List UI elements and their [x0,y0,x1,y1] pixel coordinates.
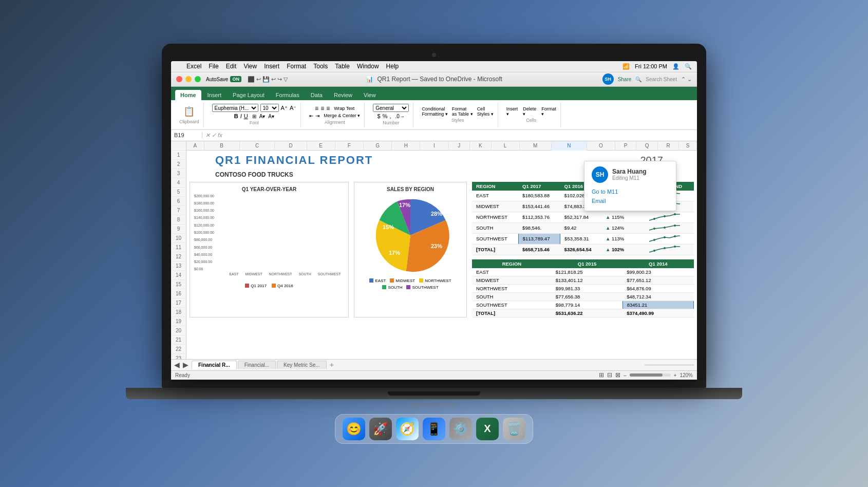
col-g[interactable]: G [364,141,392,151]
menu-view[interactable]: View [243,63,257,70]
add-sheet-button[interactable]: + [328,361,336,369]
prev-sheet-icon[interactable]: ◀ [174,361,180,369]
table-row[interactable]: SOUTH $98,546. $9.42 ▲ 124% [472,222,694,233]
align-center-icon[interactable]: ≡ [320,105,324,112]
t1-r5-q12017[interactable]: $113,789.47 [518,233,560,244]
menu-window[interactable]: Window [357,63,379,70]
fullscreen-button[interactable] [195,76,201,82]
col-d[interactable]: D [275,141,307,151]
align-left-icon[interactable]: ≡ [315,105,318,112]
share-button[interactable]: Share [618,77,632,82]
menu-help[interactable]: Help [386,63,399,70]
dock-item-excel[interactable]: X [476,418,499,440]
col-m[interactable]: M [520,141,552,151]
col-c[interactable]: C [240,141,275,151]
spreadsheet-content[interactable]: QR1 FINANCIAL REPORT 2017 CONTOSO FOOD T… [186,151,697,359]
col-e[interactable]: E [307,141,335,151]
col-h[interactable]: H [392,141,420,151]
conditional-format-button[interactable]: ConditionalFormatting ▾ [422,106,448,117]
tab-data[interactable]: Data [306,90,328,100]
goto-m11-button[interactable]: Go to M11 [592,187,669,196]
dock-item-safari[interactable]: 🧭 [396,418,419,440]
align-right-icon[interactable]: ≡ [326,105,330,112]
sheet-tab-1[interactable]: Financial... [238,361,276,369]
safari-icon[interactable]: 🧭 [396,418,419,440]
launchpad-icon[interactable]: 🚀 [369,418,392,440]
collapse-icon[interactable]: ⌃ ⌄ [681,76,692,83]
zoom-in-icon[interactable]: + [674,372,677,378]
indent-inc-icon[interactable]: ⇥ [315,113,319,119]
menu-insert[interactable]: Insert [264,63,279,70]
view-page-break-icon[interactable]: ⊠ [615,371,620,379]
number-format-select[interactable]: General [373,104,409,112]
dock-item-appstore[interactable]: 📱 [423,418,445,440]
currency-icon[interactable]: $ [378,113,381,119]
comma-icon[interactable]: , [390,113,391,119]
wrap-text-button[interactable]: Wrap Text [334,106,354,111]
col-q[interactable]: Q [636,141,657,151]
view-page-layout-icon[interactable]: ⊟ [607,371,612,379]
underline-button[interactable]: U [244,113,248,119]
font-grow-icon[interactable]: A⁺ [281,105,288,111]
font-color-icon[interactable]: A▾ [268,114,274,119]
menu-excel[interactable]: Excel [186,63,201,70]
col-n[interactable]: N [552,141,587,151]
cell-reference[interactable]: B19 [174,132,202,138]
col-a[interactable]: A [186,141,204,151]
table-row[interactable]: MIDWEST $133,401.12 $77,651.12 [472,276,694,284]
system-prefs-icon[interactable]: ⚙️ [449,418,472,440]
table-row[interactable]: NORTHWEST $112,353.76 $52,317.84 ▲ 115% [472,212,694,222]
tab-insert[interactable]: Insert [202,90,227,100]
italic-button[interactable]: I [240,113,242,119]
col-f[interactable]: F [335,141,364,151]
format-as-table-button[interactable]: Formatas Table ▾ [452,106,473,117]
paste-button[interactable]: 📋 [181,105,197,118]
tab-review[interactable]: Review [329,90,357,100]
search-sheet-icon[interactable]: 🔍 [635,77,641,82]
menu-edit[interactable]: Edit [226,63,237,70]
col-p[interactable]: P [615,141,636,151]
finder-icon[interactable]: 😊 [343,418,365,440]
table-row[interactable]: SOUTHWEST $98,779.14 83451.21 [472,301,694,309]
email-button[interactable]: Email [592,196,669,205]
menu-table[interactable]: Table [335,63,350,70]
excel-icon[interactable]: X [476,418,499,440]
search-sheet-input[interactable]: Search Sheet [646,77,677,82]
delete-cells-icon[interactable]: Delete▾ [523,106,536,117]
col-l[interactable]: L [492,141,520,151]
format-cells-icon[interactable]: Format▾ [541,106,556,117]
font-family-select[interactable]: Euphemia (H... [212,104,258,112]
formula-input[interactable] [225,132,694,138]
cell-styles-button[interactable]: CellStyles ▾ [477,106,494,117]
trash-icon[interactable]: 🗑️ [503,418,525,440]
tab-home[interactable]: Home [175,90,201,100]
font-size-select[interactable]: 10 [260,104,279,112]
col-r[interactable]: R [658,141,679,151]
zoom-slider[interactable] [630,373,671,377]
col-i[interactable]: I [420,141,448,151]
close-button[interactable] [176,76,182,82]
tab-view[interactable]: View [358,90,381,100]
sheet-tab-2[interactable]: Key Metric Se... [277,361,327,369]
col-k[interactable]: K [470,141,491,151]
table-row[interactable]: EAST $121,818.25 $99,800.23 [472,268,694,276]
search-mac-icon[interactable]: 🔍 [685,63,692,70]
bold-button[interactable]: B [234,113,238,119]
fill-color-icon[interactable]: A▾ [259,114,266,119]
col-j[interactable]: J [449,141,470,151]
autosave-toggle[interactable]: ON [230,76,241,82]
table-row[interactable]: SOUTHWEST $113,789.47 $53,358.31 ▲ 113% [472,233,694,244]
dock-item-finder[interactable]: 😊 [343,418,365,440]
insert-cells-icon[interactable]: Insert▾ [506,106,518,117]
menu-format[interactable]: Format [287,63,306,70]
table-row[interactable]: SOUTH $77,656.38 $48,712.34 [472,292,694,301]
col-o[interactable]: O [587,141,615,151]
dock-item-systemprefs[interactable]: ⚙️ [449,418,472,440]
table-row[interactable]: NORTHWEST $99,981.33 $64,876.09 [472,284,694,292]
merge-center-button[interactable]: Merge & Center ▾ [324,113,360,118]
tab-formulas[interactable]: Formulas [271,90,305,100]
t2-r5-q12014[interactable]: 83451.21 [622,301,693,309]
tab-page-layout[interactable]: Page Layout [228,90,270,100]
next-sheet-icon[interactable]: ▶ [183,361,188,369]
view-normal-icon[interactable]: ⊞ [599,371,604,379]
